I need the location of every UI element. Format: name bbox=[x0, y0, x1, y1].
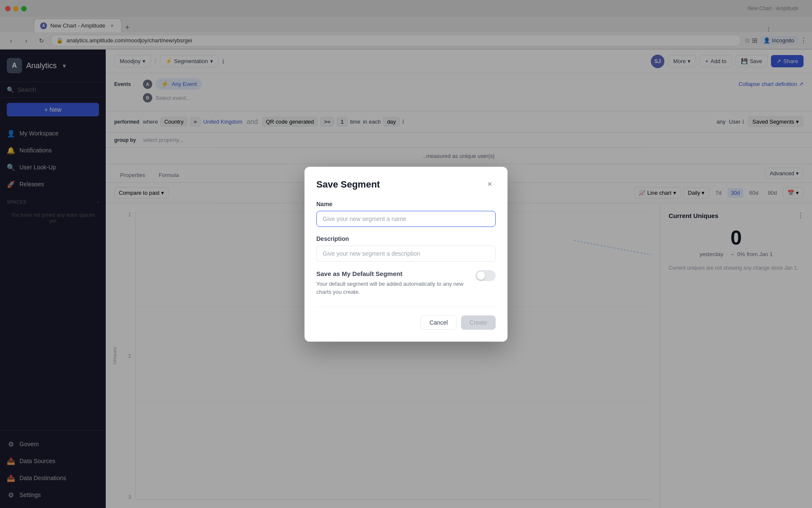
modal-footer: Cancel Create bbox=[316, 306, 496, 330]
create-button[interactable]: Create bbox=[461, 315, 496, 330]
modal-header: Save Segment × bbox=[316, 179, 496, 190]
name-field: Name bbox=[316, 201, 496, 227]
modal-title: Save Segment bbox=[316, 179, 380, 190]
segment-name-input[interactable] bbox=[316, 211, 496, 227]
toggle-knob bbox=[477, 271, 485, 280]
default-segment-toggle[interactable] bbox=[475, 270, 496, 281]
description-field: Description bbox=[316, 235, 496, 262]
cancel-button[interactable]: Cancel bbox=[420, 315, 457, 330]
default-desc: Your default segment will be added autom… bbox=[316, 280, 469, 296]
default-segment-row: Save as My Default Segment Your default … bbox=[316, 270, 496, 296]
save-segment-modal: Save Segment × Name Description Save as … bbox=[304, 167, 508, 342]
segment-description-input[interactable] bbox=[316, 246, 496, 262]
modal-close-btn[interactable]: × bbox=[484, 179, 496, 190]
default-info: Save as My Default Segment Your default … bbox=[316, 270, 475, 296]
description-label: Description bbox=[316, 235, 496, 242]
modal-overlay[interactable]: Save Segment × Name Description Save as … bbox=[0, 0, 812, 508]
name-label: Name bbox=[316, 201, 496, 207]
default-title: Save as My Default Segment bbox=[316, 270, 469, 277]
